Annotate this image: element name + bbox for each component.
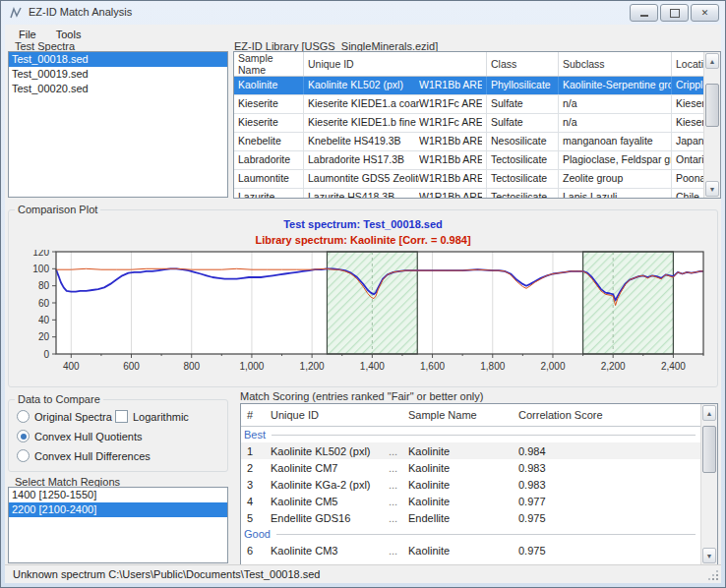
ellipsis-text: ... bbox=[389, 479, 408, 491]
library-scrollbar[interactable]: ▲ ▼ bbox=[703, 52, 720, 198]
library-row[interactable]: LaumontiteLaumontite GDS5 ZeoliteW1R1Bb … bbox=[234, 170, 704, 189]
col-subclass[interactable]: Subclass bbox=[559, 52, 672, 76]
unique-id-ref: W1R1Bb AREF bbox=[419, 170, 482, 188]
scoring-row[interactable]: 3Kaolinite KGa-2 (pxl)...Kaolinite0.983 bbox=[241, 476, 701, 493]
cell-unique-id: Knebelite HS419.3BW1R1Bb AREF bbox=[304, 133, 487, 150]
scroll-up-icon[interactable]: ▲ bbox=[702, 405, 716, 421]
scoring-row[interactable]: 6Kaolinite CM3...Kaolinite0.975 bbox=[241, 542, 701, 559]
col-unique-id[interactable]: Unique ID bbox=[304, 52, 487, 76]
cell-subclass: Kaolinite-Serpentine group bbox=[559, 77, 672, 94]
col-sample-name[interactable]: Sample Name bbox=[408, 409, 518, 421]
col-unique-id[interactable]: Unique ID bbox=[271, 409, 389, 421]
title-bar[interactable]: EZ-ID Match Analysis ✕ bbox=[5, 3, 721, 23]
col-sample-name[interactable]: Sample Name bbox=[234, 52, 304, 76]
comparison-plot-group: Comparison Plot Test spectrum: Test_0001… bbox=[8, 209, 718, 387]
col-correlation-score[interactable]: Correlation Score bbox=[518, 409, 627, 421]
cell-unique-id: Kaolinite KL502 (pxl) bbox=[271, 445, 389, 457]
scoring-group-header: Best bbox=[241, 427, 701, 442]
ellipsis-text: ... bbox=[389, 462, 408, 474]
match-region-item[interactable]: 1400 [1250-1550] bbox=[9, 488, 227, 502]
cell-sample-name: Kaolinite bbox=[408, 496, 518, 507]
cell-sample-name: Kieserite bbox=[234, 114, 304, 132]
cell-sample-name: Kaolinite bbox=[408, 479, 518, 491]
group-rule bbox=[272, 435, 696, 436]
svg-text:60: 60 bbox=[38, 298, 50, 309]
compare-option-label: Convex Hull Quotients bbox=[34, 431, 142, 442]
library-row[interactable]: KaoliniteKaolinite KL502 (pxl)W1R1Bb ARE… bbox=[234, 77, 704, 95]
cell-correlation-score: 0.975 bbox=[518, 512, 627, 524]
cell-class: Tectosilicate bbox=[487, 170, 559, 188]
col-number[interactable]: # bbox=[241, 409, 271, 421]
unique-id-ref: W1R1Bb AREF bbox=[419, 77, 482, 94]
resize-grip-icon[interactable] bbox=[716, 578, 718, 580]
ellipsis-text: ... bbox=[389, 496, 408, 507]
compare-option[interactable]: Convex Hull Differences bbox=[17, 449, 151, 462]
cell-number: 5 bbox=[241, 512, 271, 524]
svg-text:2,000: 2,000 bbox=[540, 361, 565, 372]
cell-location: Poonah, In... bbox=[672, 170, 704, 188]
unique-id-text: Lazurite HS418.3B bbox=[308, 189, 419, 198]
scroll-up-icon[interactable]: ▲ bbox=[705, 53, 719, 69]
radio-icon[interactable] bbox=[17, 449, 30, 462]
unique-id-text: Kieserite KIEDE1.a coarse gr bbox=[308, 95, 419, 113]
compare-option[interactable]: Convex Hull Quotients bbox=[17, 430, 142, 442]
scoring-body: Best1Kaolinite KL502 (pxl)...Kaolinite0.… bbox=[241, 427, 701, 564]
test-spectra-list: Test_00018.sedTest_00019.sedTest_00020.s… bbox=[8, 51, 228, 198]
match-scoring-table: # Unique ID Sample Name Correlation Scor… bbox=[240, 403, 718, 565]
cell-sample-name: Knebelite bbox=[234, 133, 304, 150]
scoring-row[interactable]: 4Kaolinite CM5...Kaolinite0.977 bbox=[241, 493, 701, 509]
minimize-button[interactable] bbox=[630, 4, 658, 22]
group-label: Good bbox=[244, 528, 271, 540]
test-spectra-item[interactable]: Test_00018.sed bbox=[9, 52, 227, 67]
cell-class: Tectosilicate bbox=[487, 189, 559, 198]
cell-number: 3 bbox=[241, 479, 271, 491]
cell-unique-id: Kieserite KIEDE1.a coarse grW1R1Fc ARE bbox=[304, 95, 487, 113]
library-row[interactable]: LabradoriteLabradorite HS17.3BW1R1Bb ARE… bbox=[234, 151, 704, 170]
unique-id-text: Laumontite GDS5 Zeolite bbox=[308, 170, 419, 188]
scroll-down-icon[interactable]: ▼ bbox=[705, 181, 719, 197]
col-class[interactable]: Class bbox=[487, 52, 559, 76]
compare-option-label: Original Spectra bbox=[34, 411, 112, 423]
library-row[interactable]: KnebeliteKnebelite HS419.3BW1R1Bb AREFNe… bbox=[234, 133, 704, 151]
library-table-body: KaoliniteKaolinite KL502 (pxl)W1R1Bb ARE… bbox=[234, 77, 704, 198]
match-region-item[interactable]: 2200 [2100-2400] bbox=[9, 502, 227, 517]
unique-id-ref: W1R1Bb AREF bbox=[419, 133, 482, 150]
scoring-row[interactable]: 1Kaolinite KL502 (pxl)...Kaolinite0.984 bbox=[241, 442, 701, 459]
test-spectra-item[interactable]: Test_00019.sed bbox=[9, 67, 227, 82]
maximize-button[interactable] bbox=[660, 4, 689, 22]
cell-sample-name: Lazurite bbox=[234, 189, 304, 198]
app-icon bbox=[9, 6, 23, 20]
scoring-row[interactable]: 5Endellite GDS16...Endellite0.975 bbox=[241, 509, 701, 526]
cell-subclass: manganoan fayalite bbox=[559, 133, 672, 150]
scoring-row[interactable]: 2Kaolinite CM7...Kaolinite0.983 bbox=[241, 459, 701, 476]
library-scroll-thumb[interactable] bbox=[705, 84, 719, 127]
close-button[interactable]: ✕ bbox=[691, 4, 719, 22]
cell-location: Ontario bbox=[672, 151, 704, 169]
app-window: EZ-ID Match Analysis ✕ File Tools Test S… bbox=[0, 0, 726, 588]
close-icon: ✕ bbox=[701, 9, 709, 18]
col-location[interactable]: Location bbox=[672, 52, 704, 76]
radio-icon[interactable] bbox=[17, 410, 30, 423]
data-to-compare-group: Data to Compare Original SpectraConvex H… bbox=[8, 399, 228, 472]
radio-icon[interactable] bbox=[17, 430, 30, 442]
logarithmic-option[interactable]: Logarithmic bbox=[115, 410, 189, 423]
svg-text:2,400: 2,400 bbox=[661, 361, 686, 372]
library-row[interactable]: KieseriteKieserite KIEDE1.b fine grW1R1F… bbox=[234, 114, 704, 133]
cell-location: Kieser Ger... bbox=[672, 114, 704, 132]
data-to-compare-label: Data to Compare bbox=[15, 393, 103, 405]
status-text: Unknown spectrum C:\Users\Public\Documen… bbox=[13, 565, 320, 583]
scoring-scroll-thumb[interactable] bbox=[702, 426, 716, 473]
library-row[interactable]: LazuriteLazurite HS418.3BW1R1Bb AREFTect… bbox=[234, 189, 704, 198]
group-rule bbox=[276, 534, 696, 535]
unique-id-text: Labradorite HS17.3B bbox=[308, 151, 419, 169]
unique-id-ref: W1R1Fc ARE bbox=[419, 114, 482, 132]
scroll-down-icon[interactable]: ▼ bbox=[702, 548, 716, 563]
logarithmic-checkbox[interactable] bbox=[115, 410, 128, 423]
unique-id-ref: W1R1Bb AREF bbox=[419, 189, 482, 198]
svg-text:1,600: 1,600 bbox=[420, 361, 445, 372]
test-spectra-item[interactable]: Test_00020.sed bbox=[9, 82, 227, 96]
cell-number: 2 bbox=[241, 462, 271, 474]
compare-option[interactable]: Original Spectra bbox=[17, 410, 112, 423]
scoring-scrollbar[interactable]: ▲ ▼ bbox=[700, 404, 717, 564]
library-row[interactable]: KieseriteKieserite KIEDE1.a coarse grW1R… bbox=[234, 95, 704, 114]
